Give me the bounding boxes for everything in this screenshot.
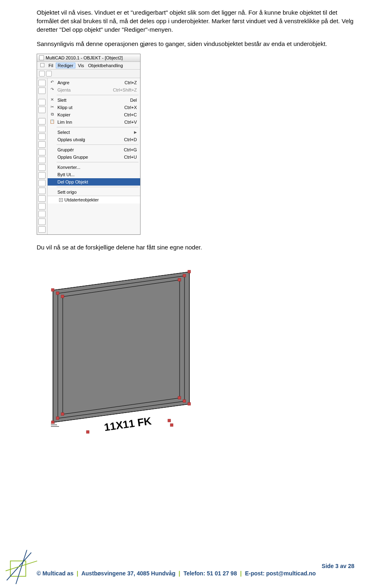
menu-shortcut: Ctrl+Z [125, 79, 137, 86]
menu-shortcut: Ctrl+U [124, 154, 137, 160]
svg-rect-14 [183, 400, 186, 402]
tool-icon[interactable] [38, 133, 46, 140]
dropdown-menu: ↶ Angre Ctrl+Z ↷ Gjenta Ctrl+Shift+Z ✕ S… [48, 78, 140, 234]
tree-row[interactable]: + Utdaterteobjekter [48, 196, 140, 203]
tool-icon[interactable] [38, 195, 46, 202]
menu-separator [57, 144, 138, 145]
menu-shortcut: Ctrl+D [124, 136, 137, 143]
svg-rect-8 [56, 292, 59, 295]
footer-info: © Multicad as | Austbøsvingene 37, 4085 … [37, 570, 354, 577]
menu-item-klipput[interactable]: ✂ Klipp ut Ctrl+X [48, 104, 140, 111]
cut-icon: ✂ [49, 104, 55, 110]
tool-icon[interactable] [38, 219, 46, 225]
tool-icon[interactable] [38, 180, 46, 186]
menu-shortcut: Ctrl+X [124, 104, 137, 111]
tool-icon[interactable] [38, 203, 46, 210]
tool-icon[interactable] [38, 172, 46, 179]
menu-label: Gjenta [57, 87, 70, 93]
menu-rediger[interactable]: Rediger [56, 63, 76, 68]
menu-item-opplosutvalg[interactable]: Oppløs utvalg Ctrl+D [48, 136, 140, 143]
menu-label: Sett origo [57, 189, 77, 195]
menu-item-opplosgruppe[interactable]: Oppløs Gruppe Ctrl+U [48, 153, 140, 161]
tool-icon[interactable] [38, 157, 46, 163]
svg-rect-7 [51, 289, 54, 291]
left-toolbar [37, 78, 48, 234]
menu-label: Klipp ut [57, 104, 72, 111]
svg-rect-20 [168, 419, 171, 422]
tool-icon[interactable] [38, 226, 46, 233]
undo-icon: ↶ [49, 79, 55, 85]
menu-item-kopier[interactable]: ⧉ Kopier Ctrl+C [48, 111, 140, 118]
svg-rect-17 [56, 417, 59, 420]
menu-item-deloppobjekt[interactable]: Del Opp Objekt [48, 178, 140, 186]
svg-rect-18 [61, 413, 64, 415]
menu-label: Kopier [57, 111, 70, 118]
app-icon [39, 55, 44, 60]
menu-label: Gruppér [57, 146, 74, 153]
menubar: Fil Rediger Vis Objektbehandling [37, 62, 140, 70]
paragraph-2: Sannsynligvis må denne operasjonen gjøre… [37, 39, 354, 48]
menu-vis[interactable]: Vis [78, 63, 84, 68]
menu-fil[interactable]: Fil [48, 63, 53, 68]
footer-logo [5, 548, 42, 585]
menu-item-konverter[interactable]: Konverter... [48, 164, 140, 171]
footer-phone: Telefon: 51 01 27 98 [183, 570, 237, 577]
tool-icon[interactable] [38, 126, 46, 132]
footer-sep-icon: | [179, 570, 180, 577]
menu-item-grupper[interactable]: Gruppér Ctrl+G [48, 146, 140, 153]
menu-item-select[interactable]: Select ▶ [48, 129, 140, 136]
menu-label: Select [57, 129, 70, 136]
menu-label: Bytt Ut... [57, 171, 75, 178]
menu-label: Slett [57, 97, 66, 103]
menu-item-liminn[interactable]: 📋 Lim Inn Ctrl+V [48, 118, 140, 126]
svg-rect-12 [178, 278, 181, 281]
footer-sep-icon: | [240, 570, 242, 577]
menu-label: Oppløs Gruppe [57, 154, 88, 160]
menu-label: Angre [57, 79, 69, 86]
tool-icon[interactable] [38, 80, 46, 86]
menu-item-gjenta[interactable]: ↷ Gjenta Ctrl+Shift+Z [48, 86, 140, 94]
toolbar-icon[interactable] [46, 71, 52, 77]
svg-rect-16 [51, 421, 54, 424]
paragraph-1: Objektet vil nå vises. Vinduet er et "ur… [37, 8, 354, 34]
menu-separator [57, 95, 138, 95]
tool-icon[interactable] [38, 188, 46, 194]
footer-sep-icon: | [77, 570, 78, 577]
svg-rect-10 [188, 270, 191, 273]
tree-expand-icon[interactable]: + [59, 198, 63, 202]
svg-rect-15 [178, 396, 181, 399]
tool-icon[interactable] [38, 211, 46, 217]
menu-item-slett[interactable]: ✕ Slett Del [48, 96, 140, 104]
menu-shortcut: Ctrl+Shift+Z [113, 87, 137, 93]
menu-item-angre[interactable]: ↶ Angre Ctrl+Z [48, 79, 140, 86]
svg-rect-11 [183, 274, 186, 277]
tool-icon[interactable] [38, 141, 46, 148]
toolbar-icon[interactable] [39, 71, 45, 77]
menu-item-byttut[interactable]: Bytt Ut... [48, 171, 140, 178]
menu-objektbehandling[interactable]: Objektbehandling [88, 63, 123, 68]
tool-icon[interactable] [38, 164, 46, 171]
svg-rect-9 [61, 295, 64, 298]
window-title: MultiCAD 2010.1 - OBJEKT - [Object2] [46, 55, 123, 60]
menu-separator [57, 162, 138, 162]
menu-shortcut: Ctrl+V [124, 119, 137, 125]
window-drawing: 11X11 FK [37, 260, 216, 439]
page-footer: Side 3 av 28 © Multicad as | Austbøsving… [37, 562, 354, 577]
menu-separator [57, 127, 138, 127]
tool-icon[interactable] [38, 118, 46, 125]
tool-icon[interactable] [38, 107, 46, 113]
footer-page: Side 3 av 28 [37, 563, 354, 569]
menu-item-settorigo[interactable]: Sett origo [48, 188, 140, 196]
tool-icon[interactable] [38, 149, 46, 155]
copy-icon: ⧉ [49, 111, 55, 117]
tool-icon[interactable] [38, 99, 46, 105]
svg-rect-21 [170, 424, 173, 426]
svg-rect-13 [188, 402, 191, 405]
menu-screenshot: MultiCAD 2010.1 - OBJEKT - [Object2] Fil… [37, 54, 141, 235]
menu-label: Del Opp Objekt [57, 179, 88, 185]
tree-label: Utdaterteobjekter [64, 197, 99, 202]
app-icon-small [40, 63, 44, 67]
drawing-label: 11X11 FK [103, 415, 152, 433]
delete-icon: ✕ [49, 97, 55, 103]
tool-icon[interactable] [38, 87, 46, 94]
